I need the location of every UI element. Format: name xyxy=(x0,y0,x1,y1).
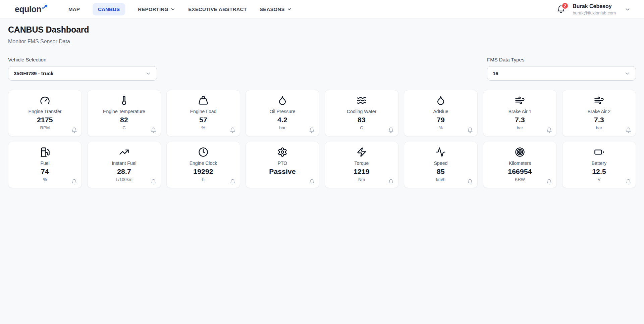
sensor-unit: V xyxy=(562,177,636,182)
fms-data-types-label: FMS Data Types xyxy=(487,57,636,62)
sensor-value: 7.3 xyxy=(562,116,636,124)
sensor-value: 83 xyxy=(325,116,398,124)
droplet-icon xyxy=(246,95,319,106)
alarm-bell-icon[interactable] xyxy=(230,179,235,185)
alarm-bell-icon[interactable] xyxy=(151,127,156,133)
nav-item-executive-abstract[interactable]: EXECUTIVE ABSTRACT xyxy=(188,3,247,15)
alarm-bell-icon[interactable] xyxy=(546,179,552,185)
sensor-card: Engine Clock 19292 h xyxy=(166,142,240,188)
chevron-down-icon xyxy=(145,71,151,77)
main-nav: MAPCANBUSREPORTINGEXECUTIVE ABSTRACTSEAS… xyxy=(68,3,292,15)
fms-data-types-select[interactable]: 16 xyxy=(487,66,636,81)
wind-icon xyxy=(562,95,636,106)
brand-logo[interactable]: equlon xyxy=(15,5,48,13)
nav-item-map[interactable]: MAP xyxy=(68,3,80,15)
brand-logo-text: equlon xyxy=(15,5,41,13)
main-content: CANBUS Dashboard Monitor FMS Sensor Data… xyxy=(0,19,644,188)
sensor-value: 85 xyxy=(404,168,477,176)
brand-arrow-icon xyxy=(42,4,48,11)
sensor-value: 166954 xyxy=(483,168,556,176)
nav-item-label: MAP xyxy=(68,6,80,12)
sensor-unit: RPM xyxy=(8,125,82,130)
alarm-bell-icon[interactable] xyxy=(546,127,552,133)
sensor-label: Speed xyxy=(404,160,477,166)
sensor-card: Brake Air 2 7.3 bar xyxy=(562,90,636,136)
user-menu[interactable]: Burak Cebesoy burak@fluxionlab.com xyxy=(573,3,616,15)
header-right: 2 Burak Cebesoy burak@fluxionlab.com xyxy=(557,3,631,15)
sensor-unit: % xyxy=(404,125,477,130)
vehicle-select[interactable]: 35GHI789 - truck xyxy=(8,66,157,81)
chevron-down-icon xyxy=(624,71,630,77)
top-header: equlon MAPCANBUSREPORTINGEXECUTIVE ABSTR… xyxy=(0,0,644,19)
sensor-value: 79 xyxy=(404,116,477,124)
alarm-bell-icon[interactable] xyxy=(309,179,315,185)
chevron-down-icon xyxy=(287,7,292,12)
notifications-button[interactable]: 2 xyxy=(557,5,565,13)
alarm-bell-icon[interactable] xyxy=(230,127,235,133)
notification-count-badge: 2 xyxy=(561,2,569,9)
sensor-card: Oil Pressure 4.2 bar xyxy=(246,90,319,136)
sensor-unit: % xyxy=(8,177,82,182)
sensor-label: Engine Clock xyxy=(167,160,240,166)
sensor-card: Kilometers 166954 KRW xyxy=(483,142,557,188)
alarm-bell-icon[interactable] xyxy=(467,127,473,133)
user-menu-chevron-down-icon[interactable] xyxy=(625,6,631,12)
sensor-card: AdBlue 79 % xyxy=(404,90,478,136)
sensor-card: Brake Air 1 7.3 bar xyxy=(483,90,557,136)
sensor-unit: bar xyxy=(483,125,556,130)
alarm-bell-icon[interactable] xyxy=(467,179,473,185)
sensor-label: AdBlue xyxy=(404,109,477,114)
sensor-label: Kilometers xyxy=(483,160,556,166)
sensor-card: Battery 12.5 V xyxy=(562,142,636,188)
sensor-value: 57 xyxy=(167,116,240,124)
sensor-card: Fuel 74 % xyxy=(8,142,82,188)
sensor-label: Torque xyxy=(325,160,398,166)
sensor-unit: C xyxy=(325,125,398,130)
sensor-value: 7.3 xyxy=(483,116,556,124)
user-name: Burak Cebesoy xyxy=(573,3,616,9)
sensor-unit: km/h xyxy=(404,177,477,182)
sensor-label: Fuel xyxy=(8,160,82,166)
sensor-unit: L/100km xyxy=(88,177,161,182)
wind-icon xyxy=(483,95,556,106)
vehicle-select-value: 35GHI789 - truck xyxy=(14,71,53,76)
vehicle-selection-filter: Vehicle Selection 35GHI789 - truck xyxy=(8,57,157,81)
alarm-bell-icon[interactable] xyxy=(626,179,631,185)
zap-icon xyxy=(325,147,398,157)
gear-icon xyxy=(246,147,319,157)
sensor-card: Speed 85 km/h xyxy=(404,142,478,188)
alarm-bell-icon[interactable] xyxy=(71,127,77,133)
alarm-bell-icon[interactable] xyxy=(309,127,315,133)
alarm-bell-icon[interactable] xyxy=(151,179,156,185)
fuel-pump-icon xyxy=(8,147,82,157)
nav-item-label: REPORTING xyxy=(138,6,168,12)
sensor-label: Brake Air 1 xyxy=(483,109,556,114)
sensor-label: Instant Fuel xyxy=(88,160,161,166)
sensor-card: Engine Temperature 82 C xyxy=(87,90,161,136)
sensor-value: 19292 xyxy=(167,168,240,176)
page-subtitle: Monitor FMS Sensor Data xyxy=(8,39,636,45)
thermometer-icon xyxy=(88,95,161,106)
fms-data-types-value: 16 xyxy=(493,71,498,76)
alarm-bell-icon[interactable] xyxy=(388,127,394,133)
alarm-bell-icon[interactable] xyxy=(71,179,77,185)
droplet-icon xyxy=(404,95,477,106)
nav-item-label: CANBUS xyxy=(98,6,120,12)
sensor-value: 82 xyxy=(88,116,161,124)
sensor-value: 28.7 xyxy=(88,168,161,176)
sensor-value: 1219 xyxy=(325,168,398,176)
sensor-card: PTO Passive xyxy=(246,142,319,188)
nav-item-canbus[interactable]: CANBUS xyxy=(93,3,125,15)
sensor-label: PTO xyxy=(246,160,319,166)
sensor-value: 4.2 xyxy=(246,116,319,124)
alarm-bell-icon[interactable] xyxy=(388,179,394,185)
nav-item-seasons[interactable]: SEASONS xyxy=(260,3,292,15)
sensor-label: Engine Load xyxy=(167,109,240,114)
sensor-unit: KRW xyxy=(483,177,556,182)
sensor-label: Battery xyxy=(562,160,636,166)
page-title: CANBUS Dashboard xyxy=(8,25,636,35)
clock-icon xyxy=(167,147,240,157)
sensor-value: 74 xyxy=(8,168,82,176)
alarm-bell-icon[interactable] xyxy=(626,127,631,133)
nav-item-reporting[interactable]: REPORTING xyxy=(138,3,175,15)
